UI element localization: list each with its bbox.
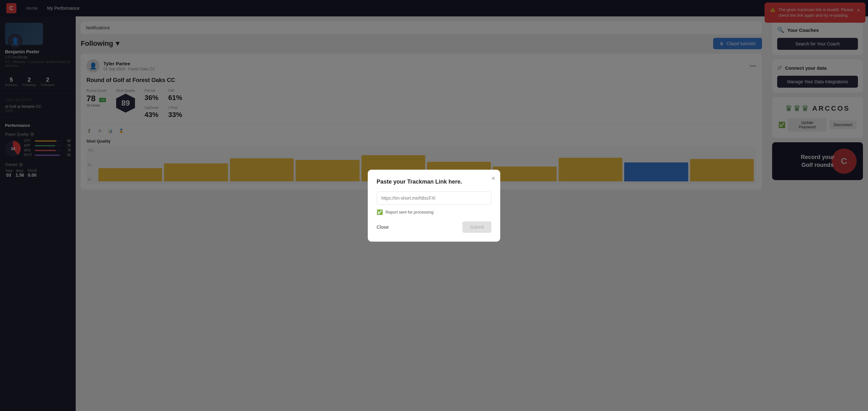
modal-submit-button[interactable]: Submit <box>462 221 491 233</box>
modal-status: ✅ Report sent for processing <box>377 209 491 215</box>
status-check-icon: ✅ <box>377 209 383 215</box>
trackman-link-input[interactable] <box>377 191 491 205</box>
modal-title: Paste your Trackman Link here. <box>377 179 491 185</box>
modal-overlay: × Paste your Trackman Link here. ✅ Repor… <box>0 0 868 411</box>
modal-close-button[interactable]: Close <box>377 224 389 230</box>
modal-close-x-button[interactable]: × <box>491 175 495 182</box>
trackman-modal: × Paste your Trackman Link here. ✅ Repor… <box>368 170 500 242</box>
modal-actions: Close Submit <box>377 221 491 233</box>
modal-status-text: Report sent for processing <box>385 210 433 215</box>
